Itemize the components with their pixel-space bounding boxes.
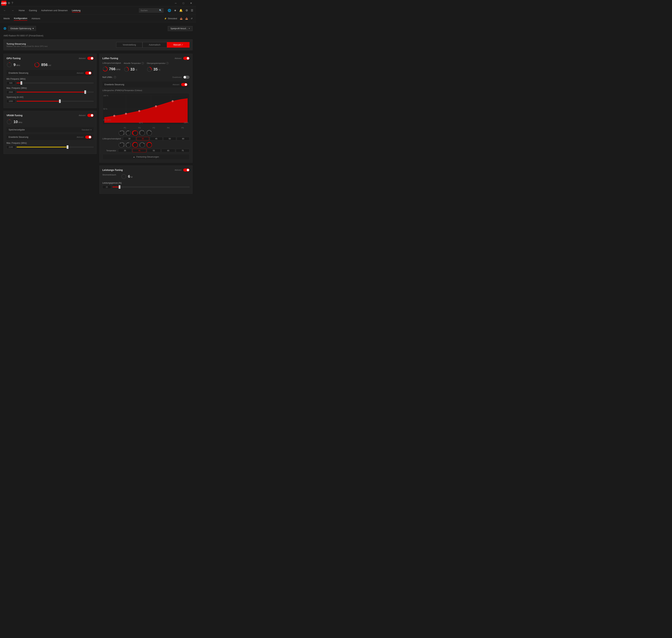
min-freq-section: Min Frequenz (MHz) 500 xyxy=(6,78,93,85)
titlebar-settings-icon[interactable]: ⚙ xyxy=(8,1,10,5)
max-freq-track[interactable] xyxy=(17,92,93,93)
fan-speed-val-p4[interactable]: 50 xyxy=(163,137,176,140)
nav-icons: 🌐 ★ 🔔 ⚙ ☰ xyxy=(168,9,193,12)
nav-gaming[interactable]: Gaming xyxy=(29,9,37,13)
leistung-tuning-title: Leistungs-Tuning xyxy=(102,169,175,171)
vram-max-freq-track[interactable] xyxy=(17,147,93,147)
fan-speed-value: 766 xyxy=(109,67,116,71)
fan-speed-val-p1[interactable]: 30 xyxy=(123,137,136,140)
null-text: Null U/Min. xyxy=(102,76,113,79)
tuning-manuell[interactable]: Manuell ✓ xyxy=(167,42,190,48)
spannung-slider-thumb[interactable] xyxy=(59,99,61,103)
leistung-tuning-toggle[interactable] xyxy=(183,168,190,172)
temp-val-p5[interactable]: 75 xyxy=(176,149,190,152)
tab-konfiguration[interactable]: Konfiguration xyxy=(14,16,27,21)
min-freq-track[interactable] xyxy=(17,83,93,83)
nav-aufnehmen[interactable]: Aufnehmen und Streamen xyxy=(41,9,68,13)
fan-header-p5: P5 xyxy=(176,127,190,129)
gpu-tuning-panel: GPU-Tuning Aktiviert xyxy=(3,54,97,108)
vram-tuning-toggle[interactable] xyxy=(87,114,93,117)
menu-icon[interactable]: ☰ xyxy=(191,9,193,12)
fan-erw-toggle[interactable] xyxy=(181,83,187,86)
maximize-button[interactable]: □ xyxy=(180,1,187,5)
close-button[interactable]: ✕ xyxy=(188,1,195,5)
fan-knob-p2[interactable] xyxy=(125,130,132,136)
chevron-up-icon: ▲ xyxy=(133,156,135,158)
vram-max-freq-thumb[interactable] xyxy=(67,145,68,149)
svg-point-25 xyxy=(143,131,144,131)
gear-icon[interactable]: ⚙ xyxy=(186,9,188,12)
fan-speed-val-p2[interactable]: 35 xyxy=(137,137,149,140)
stresstest-action[interactable]: ⚡ Stresstest xyxy=(164,17,177,20)
null-help-icon[interactable]: ? xyxy=(114,76,116,79)
star-icon[interactable]: ★ xyxy=(174,9,176,12)
null-toggle[interactable] xyxy=(183,75,190,79)
minimize-button[interactable]: ─ xyxy=(172,1,179,5)
subnav-actions: ⚡ Stresstest 📤 📥 ↺ xyxy=(164,17,192,20)
spannung-slider-track[interactable] xyxy=(17,101,93,102)
fan-tuning-panel: Lüfter-Tuning Aktiviert Lüftergeschwindi… xyxy=(99,54,192,163)
fan-knob-p4[interactable] xyxy=(139,130,145,136)
temp-val-p3[interactable]: 55 xyxy=(147,149,161,152)
vram-max-freq-label: Max. Frequenz (MHz) xyxy=(6,142,93,144)
fan-points-table: P1 P2 P3 P4 P5 xyxy=(102,127,190,152)
tuning-voreinstellung[interactable]: Voreinstellung xyxy=(116,42,142,48)
fan-knob-p5[interactable] xyxy=(146,130,152,136)
vram-erw-toggle[interactable] xyxy=(85,135,91,139)
temp-knob-p4[interactable] xyxy=(139,142,145,148)
fan-header-p4: P4 xyxy=(161,127,175,129)
add-profile-button[interactable]: Spielprofil hinzuf... + xyxy=(168,26,192,31)
tab-metrik[interactable]: Metrik xyxy=(3,16,10,20)
nav-home[interactable]: Home xyxy=(19,9,25,13)
search-input[interactable] xyxy=(140,9,158,12)
max-freq-val: 2500 xyxy=(6,90,15,94)
temp-val-p1[interactable]: 35 xyxy=(118,149,132,152)
temp-knob-p5[interactable] xyxy=(146,142,152,148)
speicher-value: Standard xyxy=(82,129,89,131)
tuning-automatisch[interactable]: Automatisch xyxy=(142,42,167,48)
temp-knob-p1[interactable] xyxy=(118,142,124,148)
speicher-dropdown-row[interactable]: Speicherzeitgabe Standard ▾ xyxy=(6,127,93,132)
max-freq-thumb[interactable] xyxy=(84,90,86,94)
spannung-slider-val: 1050 xyxy=(6,99,15,103)
fan-tuning-toggle[interactable] xyxy=(183,57,190,60)
temp-knob-p2[interactable] xyxy=(125,142,132,148)
export-action[interactable]: 📤 xyxy=(180,17,183,20)
temp-val-p2[interactable]: 45 xyxy=(133,149,146,152)
tuning-options: Voreinstellung Automatisch Manuell ✓ xyxy=(116,42,190,48)
feintuning-bar[interactable]: ▲ Feintuning-Steuerungen xyxy=(102,154,190,160)
bell-icon[interactable]: 🔔 xyxy=(179,9,183,12)
gpu-erw-toggle[interactable] xyxy=(85,71,91,74)
gpu-metrics-row: 9 MHz 856 xyxy=(6,62,93,68)
back-button[interactable]: ← xyxy=(3,9,6,13)
min-freq-thumb[interactable] xyxy=(20,81,22,85)
vram-erw-label: Erweiterte Steuerung xyxy=(8,136,28,138)
refresh-action[interactable]: ↺ xyxy=(191,17,192,20)
temp-knob-p3[interactable] xyxy=(132,142,138,148)
fan-speed-val-p3[interactable]: 45 xyxy=(150,137,162,140)
fan-toggle-label: Aktiviert xyxy=(175,57,182,60)
trans-help-icon[interactable]: ? xyxy=(166,62,169,64)
titlebar-help-icon[interactable]: ? xyxy=(12,2,13,5)
fan-knob-p3[interactable] xyxy=(132,130,138,136)
leistungsgrenze-thumb[interactable] xyxy=(119,185,120,189)
fan-knob-p1[interactable] xyxy=(118,130,124,136)
speicher-label: Speicherzeitgabe xyxy=(8,129,25,131)
chart-y-100-label: 100 % xyxy=(103,95,108,97)
feintuning-label: Feintuning-Steuerungen xyxy=(137,156,159,158)
tab-advisors[interactable]: Advisors xyxy=(32,16,40,20)
fan-speed-val-p5[interactable]: 60 xyxy=(177,137,190,140)
import-action[interactable]: 📥 xyxy=(185,17,188,20)
vram-max-freq-section: Max. Frequenz (MHz) 2100 xyxy=(6,142,93,149)
leistungsgrenze-track[interactable] xyxy=(113,187,190,187)
nav-leistung[interactable]: Leistung xyxy=(72,9,81,13)
globe-icon[interactable]: 🌐 xyxy=(168,9,171,12)
temp-help-icon[interactable]: ? xyxy=(141,62,144,64)
temp-val-p4[interactable]: 65 xyxy=(161,149,175,152)
gpu-tuning-toggle[interactable] xyxy=(87,57,93,60)
spannung-slider-row: 1050 xyxy=(6,99,93,103)
global-opt-select[interactable]: Globale Optimierung ▾ xyxy=(8,26,36,31)
fan-tuning-title: Lüfter-Tuning xyxy=(102,57,175,60)
forward-button[interactable]: → xyxy=(11,9,14,13)
gpu-tuning-header: GPU-Tuning Aktiviert xyxy=(6,57,93,60)
